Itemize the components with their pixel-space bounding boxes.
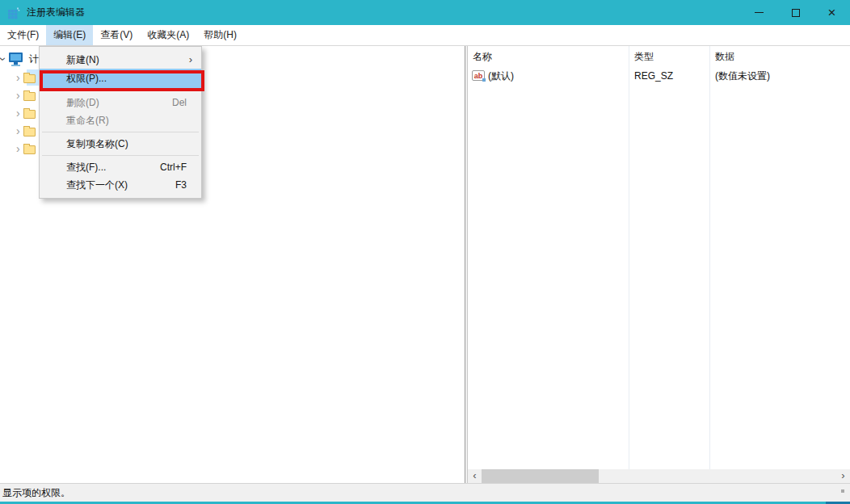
menu-item-find-next[interactable]: 查找下一个(X) F3 <box>40 176 201 194</box>
menu-bar: 文件(F) 编辑(E) 查看(V) 收藏夹(A) 帮助(H) <box>0 25 850 46</box>
menu-item-rename[interactable]: 重命名(R) <box>40 111 201 129</box>
annotation-red-box <box>40 70 204 91</box>
edit-dropdown-menu: 新建(N) 权限(P)... 删除(D) Del 重命名(R) 复制项名称(C)… <box>39 46 202 199</box>
status-text: 显示项的权限。 <box>2 487 70 498</box>
menu-file[interactable]: 文件(F) <box>0 25 46 45</box>
folder-icon <box>23 145 36 154</box>
scroll-right-icon[interactable]: › <box>836 469 850 483</box>
menu-favorites[interactable]: 收藏夹(A) <box>140 25 196 45</box>
scroll-left-icon[interactable]: ‹ <box>468 469 482 483</box>
folder-icon <box>23 74 36 83</box>
menu-help[interactable]: 帮助(H) <box>196 25 244 45</box>
tree-item-key-4[interactable] <box>16 122 36 140</box>
menu-item-label: 查找(F)... <box>66 162 106 173</box>
menu-separator <box>42 155 199 156</box>
folder-icon <box>23 110 36 119</box>
value-row-default[interactable]: ab (默认) REG_SZ (数值未设置) <box>468 67 850 85</box>
column-divider[interactable] <box>709 46 710 469</box>
menu-item-label: 复制项名称(C) <box>66 138 128 149</box>
tree-item-key-5[interactable] <box>16 140 36 158</box>
maximize-icon <box>792 9 800 17</box>
reg-sz-string-icon: ab <box>472 70 485 81</box>
chevron-right-icon[interactable] <box>16 90 20 101</box>
menu-item-label: 查找下一个(X) <box>66 179 128 191</box>
menu-view[interactable]: 查看(V) <box>93 25 140 45</box>
column-divider[interactable] <box>629 46 629 469</box>
folder-icon <box>23 92 36 101</box>
column-header-type[interactable]: 类型 <box>634 46 654 67</box>
chevron-right-icon[interactable] <box>16 107 20 119</box>
registry-app-icon <box>7 6 20 19</box>
tree-item-key-1[interactable] <box>16 69 36 86</box>
scrollbar-thumb[interactable] <box>482 469 599 483</box>
column-header-name[interactable]: 名称 <box>473 46 492 67</box>
value-list-pane: 名称 类型 数据 ab (默认) REG_SZ (数值未设置) ‹ › <box>468 46 850 483</box>
value-type: REG_SZ <box>634 67 673 85</box>
submenu-arrow-icon <box>189 51 192 69</box>
close-button[interactable]: × <box>814 0 850 25</box>
resize-grip[interactable] <box>841 489 844 493</box>
menu-item-shortcut: Del <box>172 94 187 111</box>
status-bar: 显示项的权限。 <box>0 483 850 502</box>
menu-item-shortcut: F3 <box>175 176 187 194</box>
registry-editor-window: 注册表编辑器 × 文件(F) 编辑(E) 查看(V) 收藏夹(A) 帮助(H) … <box>0 0 850 504</box>
tree-item-key-2[interactable] <box>16 86 36 104</box>
window-controls: × <box>741 0 850 25</box>
maximize-button[interactable] <box>777 0 814 25</box>
column-header-data[interactable]: 数据 <box>715 46 734 67</box>
minimize-icon <box>755 12 764 13</box>
chevron-right-icon[interactable] <box>16 125 20 136</box>
horizontal-scrollbar[interactable]: ‹ › <box>468 469 850 483</box>
menu-item-new[interactable]: 新建(N) <box>40 51 201 69</box>
computer-icon <box>9 52 23 62</box>
menu-item-delete[interactable]: 删除(D) Del <box>40 94 201 111</box>
value-data: (数值未设置) <box>715 67 770 85</box>
value-name: (默认) <box>488 67 514 85</box>
folder-icon <box>23 128 36 136</box>
minimize-button[interactable] <box>741 0 777 25</box>
menu-item-copy-key-name[interactable]: 复制项名称(C) <box>40 135 201 153</box>
list-header: 名称 类型 数据 <box>468 46 850 67</box>
menu-item-label: 新建(N) <box>66 54 99 65</box>
menu-item-find[interactable]: 查找(F)... Ctrl+F <box>40 158 201 176</box>
chevron-right-icon[interactable] <box>16 143 20 154</box>
menu-separator <box>42 132 199 132</box>
tree-item-key-3[interactable] <box>16 104 36 122</box>
menu-item-shortcut: Ctrl+F <box>160 158 187 176</box>
menu-edit[interactable]: 编辑(E) <box>46 25 93 45</box>
window-title: 注册表编辑器 <box>27 6 85 19</box>
close-icon: × <box>828 6 836 19</box>
title-bar: 注册表编辑器 × <box>0 0 850 25</box>
chevron-down-icon[interactable] <box>0 57 9 61</box>
menu-item-label: 删除(D) <box>66 97 99 108</box>
menu-item-label: 重命名(R) <box>66 115 109 126</box>
chevron-right-icon[interactable] <box>16 72 20 83</box>
